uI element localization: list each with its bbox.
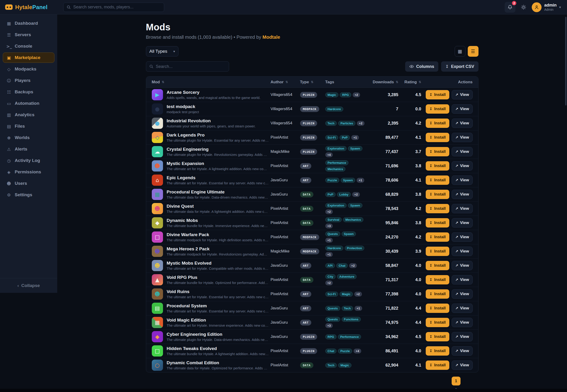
type-badge: PLUGIN [300,149,317,155]
view-button[interactable]: ↗View [452,104,472,114]
mod-description: The ultimate art for Hytale. Essential f… [167,309,269,313]
column-header-type[interactable]: Type⇅ [300,80,323,84]
install-button[interactable]: ↧Install [426,90,450,99]
type-filter-select[interactable]: All Types ▾ [146,46,179,56]
install-button[interactable]: ↧Install [426,190,450,199]
view-button[interactable]: ↗View [452,332,472,341]
type-badge: DATA [300,192,313,197]
user-menu[interactable]: admin Admin ▾ [532,2,561,12]
view-button[interactable]: ↗View [452,147,472,156]
tag-pill: Performance [325,160,349,165]
mods-search[interactable] [146,61,229,72]
view-button[interactable]: ↗View [452,275,472,284]
install-button[interactable]: ↧Install [426,261,450,270]
install-button[interactable]: ↧Install [426,147,450,156]
install-button[interactable]: ↧Install [426,318,450,327]
view-button[interactable]: ↗View [452,90,472,99]
tag-pill: API [325,263,335,268]
install-button[interactable]: ↧Install [426,232,450,242]
view-button[interactable]: ↗View [452,232,472,242]
sidebar-item-marketplace[interactable]: ▣Marketplace [3,53,54,63]
grid-view-button[interactable]: ▦ [455,46,465,57]
mods-search-input[interactable] [156,64,226,69]
global-search[interactable] [63,2,164,12]
sidebar-item-dashboard[interactable]: ▦Dashboard [3,18,54,28]
view-button[interactable]: ↗View [452,218,472,227]
sidebar-item-automation[interactable]: ▭Automation [3,98,54,109]
install-button[interactable]: ↧Install [426,247,450,256]
list-view-button[interactable]: ☰ [468,46,479,57]
mod-description: Adds spells, wands, and magical artifact… [167,96,261,100]
install-button[interactable]: ↧Install [426,133,450,142]
view-button[interactable]: ↗View [452,204,472,213]
install-button[interactable]: ↧Install [426,175,450,185]
sidebar-collapse-button[interactable]: ‹ Collapse [0,278,57,293]
sidebar-item-activity-log[interactable]: ◷Activity Log [3,155,54,166]
install-button[interactable]: ↧Install [426,332,450,341]
downloads-value: 71,822 [370,306,398,311]
install-button[interactable]: ↧Install [426,104,450,114]
theme-toggle-button[interactable] [521,5,526,10]
sidebar-item-backups[interactable]: ☷Backups [3,87,54,97]
more-tags-pill: +2 [325,280,333,285]
column-header-downloads[interactable]: Downloads⇅ [370,80,398,84]
more-tags-pill: +2 [325,209,333,214]
mod-author: PixelArtist [271,292,298,296]
view-button[interactable]: ↗View [452,175,472,185]
view-button[interactable]: ↗View [452,361,472,370]
mod-description: modpack test project [167,110,199,114]
powered-by-link[interactable]: Modtale [262,35,280,40]
tag-pill: Quests [325,306,340,311]
view-button[interactable]: ↗View [452,190,472,199]
column-header-rating[interactable]: Rating⇅ [400,80,421,84]
sidebar-item-analytics[interactable]: ▥Analytics [3,110,54,120]
sidebar-item-files[interactable]: ▤Files [3,121,54,131]
rating-value: 3.8 [400,164,421,168]
install-button[interactable]: ↧Install [426,161,450,170]
view-button[interactable]: ↗View [452,289,472,299]
sidebar-item-settings[interactable]: ⚙Settings [3,190,54,200]
export-csv-button[interactable]: ↧ Export CSV [441,61,478,72]
column-header-author[interactable]: Author⇅ [271,80,298,84]
external-link-icon: ↗ [455,335,458,338]
install-button[interactable]: ↧Install [426,346,450,356]
install-button[interactable]: ↧Install [426,361,450,370]
sidebar-item-alerts[interactable]: ⚠Alerts [3,144,54,154]
install-button[interactable]: ↧Install [426,275,450,284]
sidebar-item-label: Users [15,181,27,186]
install-button[interactable]: ↧Install [426,289,450,299]
notifications-button[interactable]: 2 [505,2,515,13]
sidebar-item-worlds[interactable]: ⊕Worlds [3,133,54,143]
install-button[interactable]: ↧Install [426,204,450,213]
sidebar-nav: ▦Dashboard☰Servers>_Console▣Marketplace◇… [0,14,57,278]
mod-author: JavaGuru [271,334,298,339]
sidebar-item-servers[interactable]: ☰Servers [3,30,54,40]
type-badge: ART [300,320,312,325]
gear-icon: ⚙ [6,193,12,197]
view-button[interactable]: ↗View [452,119,472,128]
install-button[interactable]: ↧Install [426,119,450,128]
sidebar-item-players[interactable]: ☺Players [3,75,54,86]
global-search-input[interactable] [73,5,161,10]
columns-button[interactable]: Columns [405,61,438,72]
view-button[interactable]: ↗View [452,261,472,270]
column-header-mod[interactable]: Mod⇅ [152,80,269,84]
downloads-value: 78,543 [370,206,398,211]
external-link-icon: ↗ [455,364,458,367]
sidebar-item-users[interactable]: ☻Users [3,178,54,189]
view-button[interactable]: ↗View [452,133,472,142]
type-badge: ART [300,163,312,169]
view-button[interactable]: ↗View [452,304,472,313]
view-button[interactable]: ↗View [452,161,472,170]
sidebar-item-modpacks[interactable]: ◇Modpacks [3,64,54,74]
sidebar-item-console[interactable]: >_Console [3,41,54,51]
mod-description: The ultimate art for Hytale. Compatible … [167,266,269,270]
install-button[interactable]: ↧Install [426,304,450,313]
view-button[interactable]: ↗View [452,318,472,327]
install-button[interactable]: ↧Install [426,218,450,227]
view-button[interactable]: ↗View [452,247,472,256]
page-1-button[interactable]: 1 [452,377,461,385]
sidebar-item-permissions[interactable]: ◈Permissions [3,167,54,177]
view-button[interactable]: ↗View [452,346,472,356]
scrollbar-thumb[interactable] [565,17,567,105]
